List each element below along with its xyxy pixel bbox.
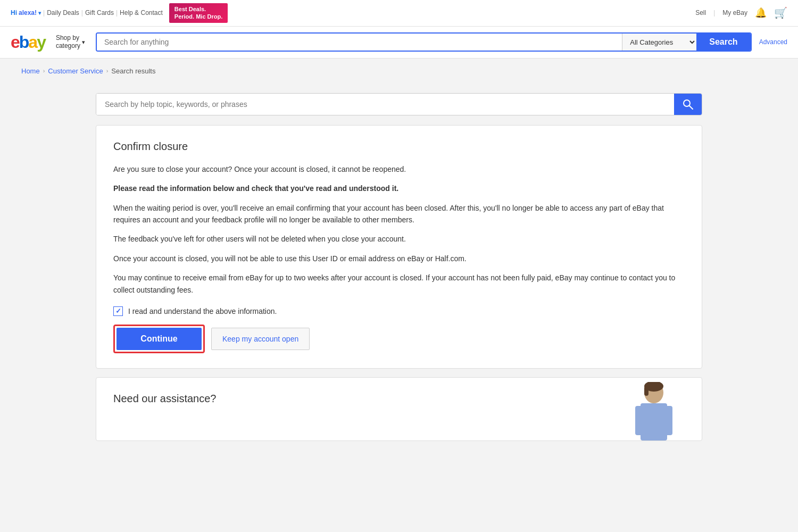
checkmark-icon: ✓ — [115, 307, 121, 315]
shop-by-dropdown-icon: ▾ — [82, 39, 85, 46]
logo-y: y — [37, 34, 45, 51]
card-text-5: You may continue to receive email from e… — [113, 272, 685, 296]
checkbox-label[interactable]: I read and understand the above informat… — [128, 307, 277, 315]
breadcrumb-home[interactable]: Home — [21, 67, 40, 75]
logo-b: b — [19, 34, 29, 51]
help-search-input[interactable] — [96, 94, 674, 115]
breadcrumb-sep-1: › — [43, 68, 45, 74]
sell-link[interactable]: Sell — [695, 9, 706, 16]
advanced-link[interactable]: Advanced — [759, 38, 787, 46]
card-text-4: Once your account is closed, you will no… — [113, 253, 685, 264]
user-dropdown-icon[interactable]: ▾ — [38, 10, 41, 16]
keep-account-open-button[interactable]: Keep my account open — [211, 328, 310, 350]
help-contact-link[interactable]: Help & Contact — [120, 9, 163, 16]
breadcrumb-sep-2: › — [106, 68, 109, 74]
card-text-bold: Please read the information below and ch… — [113, 182, 685, 194]
continue-btn-highlight: Continue — [113, 325, 205, 353]
gift-cards-link[interactable]: Gift Cards — [85, 9, 114, 16]
person-illustration — [611, 382, 680, 440]
breadcrumb-current: Search results — [111, 67, 155, 75]
breadcrumb: Home › Customer Service › Search results — [11, 61, 787, 81]
agreement-checkbox[interactable]: ✓ — [113, 306, 123, 316]
top-nav-right: Sell | My eBay 🔔 🛒 — [695, 6, 787, 19]
continue-button[interactable]: Continue — [117, 328, 202, 350]
card-text-3: The feedback you've left for other users… — [113, 233, 685, 245]
card-title: Confirm closure — [113, 140, 685, 153]
assistance-card: Need our assistance? — [96, 377, 702, 441]
help-search-bar — [96, 93, 702, 115]
breadcrumb-customer-service[interactable]: Customer Service — [48, 67, 103, 75]
search-icon — [683, 99, 693, 110]
daily-deals-link[interactable]: Daily Deals — [47, 9, 79, 16]
category-label: category — [56, 42, 80, 51]
category-select[interactable]: All Categories — [622, 34, 696, 51]
card-text-1: Are you sure to close your account? Once… — [113, 163, 685, 175]
svg-rect-7 — [644, 386, 649, 396]
ebay-logo[interactable]: ebay — [11, 34, 45, 51]
greeting-text: Hi — [11, 9, 17, 16]
notifications-icon[interactable]: 🔔 — [755, 7, 767, 19]
username[interactable]: alexa! — [19, 9, 37, 16]
search-bar: All Categories Search — [96, 32, 752, 52]
svg-point-0 — [684, 100, 690, 106]
logo-a: a — [28, 34, 37, 51]
logo-e: e — [11, 34, 19, 51]
ad-banner[interactable]: Best Deals. Period. Mic Drop. — [169, 3, 228, 23]
help-search-button[interactable] — [674, 94, 702, 115]
action-buttons: Continue Keep my account open — [113, 325, 685, 353]
card-text-2: When the waiting period is over, you'll … — [113, 202, 685, 226]
main-content: Confirm closure Are you sure to close yo… — [85, 93, 713, 452]
search-input[interactable] — [97, 34, 622, 51]
top-navigation: Hi alexa! ▾ | Daily Deals | Gift Cards |… — [0, 0, 798, 27]
greeting: Hi alexa! ▾ — [11, 9, 41, 16]
header: ebay Shop by category ▾ All Categories S… — [0, 27, 798, 59]
svg-rect-5 — [662, 406, 672, 435]
ad-line2: Period. Mic Drop. — [174, 13, 222, 20]
search-button[interactable]: Search — [696, 34, 750, 51]
cart-icon[interactable]: 🛒 — [774, 6, 787, 19]
top-nav-left: Hi alexa! ▾ | Daily Deals | Gift Cards |… — [11, 3, 695, 23]
assistance-title: Need our assistance? — [113, 393, 685, 405]
my-ebay-link[interactable]: My eBay — [722, 9, 747, 16]
svg-rect-4 — [635, 406, 646, 435]
shop-by-label: Shop by — [56, 34, 80, 43]
agreement-checkbox-row: ✓ I read and understand the above inform… — [113, 306, 685, 316]
ad-line1: Best Deals. — [174, 5, 222, 13]
svg-line-1 — [689, 106, 693, 109]
confirm-closure-card: Confirm closure Are you sure to close yo… — [96, 125, 702, 369]
shop-by-category[interactable]: Shop by category ▾ — [53, 32, 88, 53]
